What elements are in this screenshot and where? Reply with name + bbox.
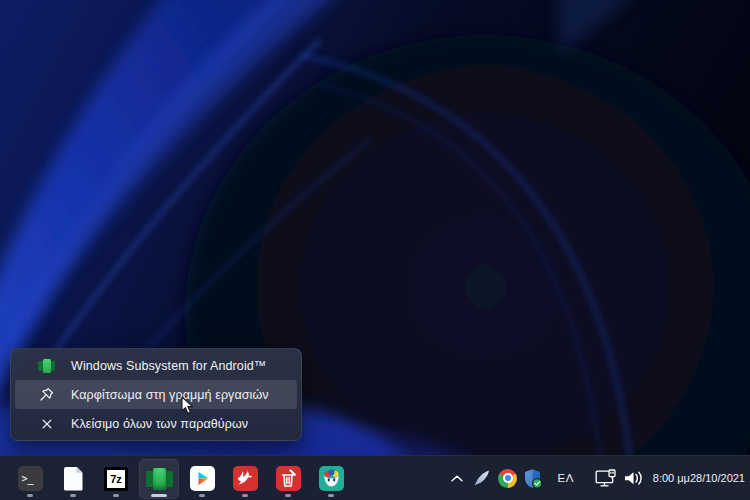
chevron-up-icon: [451, 475, 463, 482]
taskbar-app-notepad[interactable]: [53, 459, 93, 499]
close-icon: [38, 416, 55, 432]
document-icon: [64, 467, 83, 491]
language-label: ΕΛ: [558, 472, 574, 484]
network-ethernet-icon: [595, 469, 620, 487]
tray-volume[interactable]: [623, 461, 645, 495]
menu-item-pin-to-taskbar[interactable]: Καρφίτσωμα στη γραμμή εργασιών: [15, 380, 297, 409]
language-indicator[interactable]: ΕΛ: [554, 461, 578, 495]
taskbar-context-menu: Windows Subsystem for Android™ Καρφίτσωμ…: [10, 348, 302, 441]
menu-item-close-label: Κλείσιμο όλων των παραθύρων: [71, 417, 248, 431]
wsa-app-icon: [38, 358, 55, 374]
wsa-icon: [146, 466, 173, 492]
clock[interactable]: 8:00 μμ 28/10/2021: [653, 461, 745, 495]
stylus-pen-icon: [471, 467, 493, 489]
taskbar-app-teal-mask[interactable]: [311, 459, 351, 499]
menu-item-close-all-windows[interactable]: Κλείσιμο όλων των παραθύρων: [11, 409, 301, 438]
system-tray: ΕΛ 8:00 μμ 28/1: [449, 456, 750, 500]
clock-time: 8:00 μμ: [653, 471, 690, 485]
taskbar-app-area: >_ 7z: [0, 458, 351, 499]
running-indicator: [285, 494, 291, 497]
desktop: Windows Subsystem for Android™ Καρφίτσωμ…: [0, 0, 750, 500]
pin-icon: [38, 387, 55, 403]
taskbar: >_ 7z: [0, 455, 750, 500]
taskbar-app-7zip[interactable]: 7z: [96, 459, 136, 499]
running-indicator: [328, 494, 334, 497]
taskbar-app-windows-subsystem-for-android[interactable]: [139, 459, 179, 499]
taskbar-app-google-play[interactable]: [182, 459, 222, 499]
running-indicator: [242, 494, 248, 497]
mask-icon: [319, 466, 344, 491]
google-play-icon: [190, 466, 215, 491]
taskbar-app-red-trash[interactable]: [268, 459, 308, 499]
tray-windows-security[interactable]: [523, 461, 544, 495]
chrome-icon: [498, 469, 517, 488]
tray-chrome[interactable]: [498, 461, 518, 495]
taskbar-app-red-dove[interactable]: [225, 459, 265, 499]
menu-item-app-label: Windows Subsystem for Android™: [71, 359, 266, 373]
running-indicator: [199, 494, 205, 497]
menu-item-pin-label: Καρφίτσωμα στη γραμμή εργασιών: [71, 388, 269, 402]
show-hidden-icons-button[interactable]: [449, 461, 465, 495]
taskbar-app-terminal[interactable]: >_: [10, 459, 50, 499]
running-indicator: [27, 494, 33, 497]
trash-icon: [276, 466, 301, 491]
security-shield-icon: [523, 468, 543, 489]
running-indicator: [113, 494, 119, 497]
dove-icon: [233, 466, 258, 491]
7zip-icon: 7z: [104, 467, 128, 491]
terminal-icon: >_: [18, 466, 43, 491]
clock-date: 28/10/2021: [690, 471, 745, 485]
menu-item-app[interactable]: Windows Subsystem for Android™: [11, 351, 301, 380]
active-indicator: [151, 494, 167, 497]
volume-icon: [623, 470, 644, 487]
tray-network[interactable]: [595, 461, 621, 495]
tray-stylus-pen[interactable]: [471, 461, 493, 495]
running-indicator: [70, 494, 76, 497]
